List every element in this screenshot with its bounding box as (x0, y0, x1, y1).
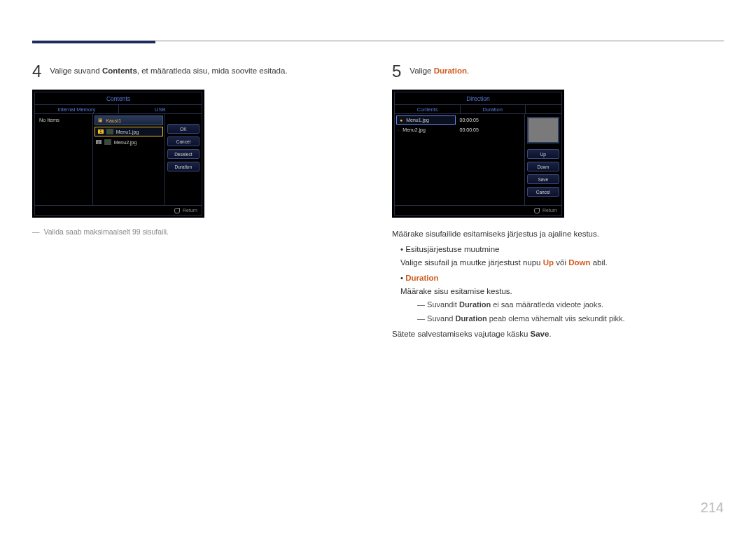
cancel-button[interactable]: Cancel (527, 187, 559, 197)
step-5-text-pre: Valige (410, 66, 433, 75)
mid-panel: ▣ Kaust1 1 Menu1.jpg 2 Menu2.jpg (93, 114, 164, 205)
file-row-2[interactable]: 2 Menu2.jpg (93, 138, 164, 146)
tab-usb[interactable]: USB (118, 105, 202, 113)
step-5-text: Valige Duration. (410, 63, 469, 79)
list-row-2-wrap: ◦ Menu2.jpg 00:00:05 (395, 126, 524, 134)
save-post: . (549, 330, 551, 338)
sub2-pre: Suvand (427, 314, 455, 323)
sub-bullet-list: Suvandit Duration ei saa määratleda vide… (400, 299, 724, 325)
preview-thumbnail (527, 117, 559, 143)
screen-frame: Contents Internal Memory USB No Items ▣ … (34, 92, 202, 216)
list-row-2[interactable]: ◦ Menu2.jpg (395, 126, 457, 134)
down-button[interactable]: Down (527, 162, 559, 171)
cancel-button[interactable]: Cancel (167, 136, 200, 146)
right-panel: Up Down Save Cancel (525, 114, 561, 205)
step-5-body: Määrake sisufailide esitamiseks järjestu… (392, 227, 724, 341)
image-icon (106, 129, 113, 134)
list-row-2-duration: 00:00:05 (457, 126, 524, 134)
save-pre: Sätete salvestamiseks vajutage käsku (392, 330, 531, 338)
list-row-1-duration: 00:00:05 (457, 116, 524, 124)
ok-button[interactable]: OK (167, 124, 200, 134)
step-4-text: Valige suvand Contents, et määratleda si… (50, 63, 287, 79)
tabs: Internal Memory USB (35, 104, 202, 114)
file-row-1[interactable]: 1 Menu1.jpg (94, 127, 162, 136)
screen-body: No Items ▣ Kaust1 1 Menu1.jpg (35, 114, 202, 205)
sub2-duration: Duration (455, 314, 486, 323)
list-row-2-name: Menu2.jpg (402, 127, 426, 132)
return-icon (534, 208, 540, 213)
bullet-list: Esitusjärjestuse muutmine Valige sisufai… (392, 243, 724, 325)
file-row-2-name: Menu2.jpg (114, 140, 137, 145)
word-up: Up (543, 258, 554, 267)
screen-footer: Return (395, 205, 561, 215)
sub-bullet-1: Suvandit Duration ei saa määratleda vide… (417, 299, 724, 311)
sub1-post: ei saa määratleda videote jaoks. (491, 300, 603, 309)
folder-row[interactable]: ▣ Kaust1 (94, 115, 162, 125)
tab-internal-memory[interactable]: Internal Memory (35, 105, 118, 113)
list-row-1-name: Menu1.jpg (406, 118, 429, 122)
bullet-1-line-pre: Valige sisufail ja muutke järjestust nup… (400, 258, 543, 267)
sub-bullet-2: Suvand Duration peab olema vähemalt viis… (417, 313, 724, 325)
step-4-note: ―Valida saab maksimaalselt 99 sisufaili. (32, 227, 364, 236)
step-5-number: 5 (392, 63, 401, 80)
image-icon (104, 139, 111, 145)
folder-icon: ▣ (98, 118, 103, 123)
step-4-text-post: , et määratleda sisu, mida soovite esita… (137, 66, 288, 75)
file-row-1-name: Menu1.jpg (116, 129, 139, 134)
folder-name: Kaust1 (106, 118, 121, 123)
body-intro: Määrake sisufailide esitamiseks järjestu… (392, 227, 724, 240)
bullet-1: Esitusjärjestuse muutmine Valige sisufai… (400, 243, 724, 269)
bullet-icon: ◦ (398, 128, 399, 132)
bullet-2-line: Määrake sisu esitamise kestus. (400, 287, 512, 295)
save-button[interactable]: Save (527, 174, 559, 184)
screen-title: Direction (395, 92, 561, 104)
step-5: 5 Valige Duration. (392, 63, 724, 80)
step-4: 4 Valige suvand Contents, et määratleda … (32, 63, 364, 80)
tab-contents[interactable]: Contents (395, 105, 460, 113)
bullet-1-line-post: abil. (590, 258, 607, 267)
no-items-label: No Items (35, 114, 92, 126)
step-4-text-pre: Valige suvand (50, 66, 102, 75)
page-number: 214 (701, 500, 724, 516)
file-row-1-num: 1 (98, 129, 103, 134)
save-word: Save (531, 330, 550, 338)
step-5-period: . (467, 66, 469, 75)
bullet-1-title: Esitusjärjestuse muutmine (405, 245, 499, 253)
screen-title: Contents (35, 92, 202, 104)
sub1-duration: Duration (459, 300, 491, 309)
word-or: või (554, 258, 568, 267)
header-accent (32, 41, 155, 43)
step-5-duration: Duration (434, 66, 467, 75)
tab-preview-area (525, 105, 561, 113)
deselect-button[interactable]: Deselect (167, 149, 200, 159)
tabs: Contents Duration (395, 104, 561, 114)
up-button[interactable]: Up (527, 149, 559, 159)
return-label: Return (542, 208, 557, 213)
right-panel: OK Cancel Deselect Duration (165, 114, 202, 205)
list-row-1-wrap: ● Menu1.jpg 00:00:05 (395, 114, 524, 126)
bullet-2: Duration Määrake sisu esitamise kestus. … (400, 272, 724, 325)
screen-footer: Return (35, 205, 202, 215)
file-row-2-num: 2 (96, 140, 101, 144)
column-right: 5 Valige Duration. Direction Contents Du… (392, 63, 724, 506)
screen-body: ● Menu1.jpg 00:00:05 ◦ Menu2.jpg (395, 114, 561, 205)
sub1-pre: Suvandit (427, 300, 459, 309)
left-panel: No Items (35, 114, 93, 205)
tab-duration[interactable]: Duration (460, 105, 525, 113)
screenshot-contents: Contents Internal Memory USB No Items ▣ … (32, 90, 204, 218)
screenshot-direction: Direction Contents Duration ● Menu1.jpg (392, 90, 564, 218)
return-icon (174, 208, 180, 213)
column-left: 4 Valige suvand Contents, et määratleda … (32, 63, 364, 506)
word-down: Down (568, 258, 590, 267)
bullet-2-title: Duration (405, 274, 438, 282)
duration-button[interactable]: Duration (167, 162, 200, 171)
dash-icon: ― (32, 227, 40, 236)
list-row-1[interactable]: ● Menu1.jpg (396, 115, 456, 125)
return-label: Return (183, 208, 197, 213)
body-save-line: Sätete salvestamiseks vajutage käsku Sav… (392, 328, 724, 340)
sub2-post: peab olema vähemalt viis sekundit pikk. (487, 314, 625, 323)
step-4-number: 4 (32, 63, 41, 80)
screen-frame: Direction Contents Duration ● Menu1.jpg (394, 92, 562, 216)
page-content: 4 Valige suvand Contents, et määratleda … (32, 63, 724, 506)
step-4-contents: Contents (102, 66, 137, 75)
